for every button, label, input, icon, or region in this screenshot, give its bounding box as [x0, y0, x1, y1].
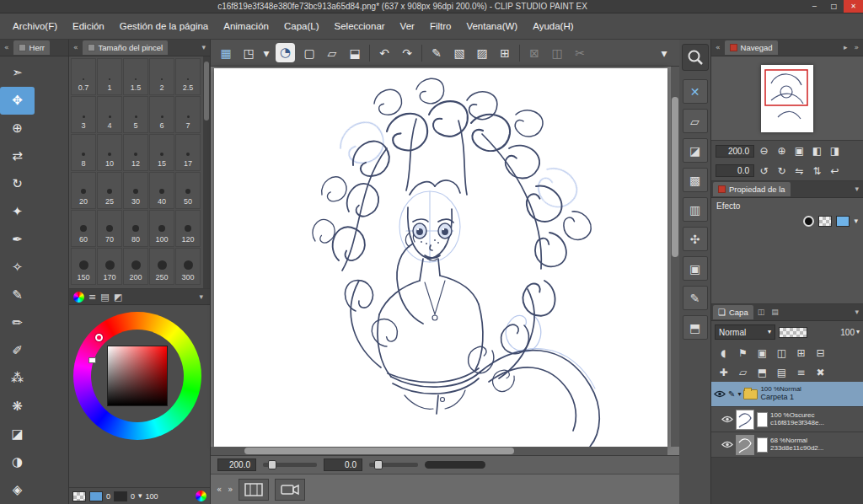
brush-size-cell[interactable]: 3: [71, 96, 96, 133]
material-pattern-icon[interactable]: ▩: [683, 168, 708, 192]
canvas-artwork[interactable]: [214, 68, 667, 447]
measure-tool[interactable]: ✧: [0, 254, 35, 281]
brush-size-cell[interactable]: 70: [97, 210, 122, 247]
tab-layer[interactable]: ❏Capa: [713, 305, 753, 319]
rotation-slider-bar[interactable]: [425, 461, 485, 469]
menu-edicion[interactable]: Edición: [65, 18, 112, 35]
dock-caret-icon[interactable]: ▸: [841, 44, 850, 51]
menu-capa[interactable]: Capa(L): [276, 18, 327, 35]
export-icon[interactable]: ◳: [238, 42, 260, 64]
transparent-chip[interactable]: [72, 491, 86, 501]
brush-size-cell[interactable]: 200: [123, 248, 148, 285]
layer-name[interactable]: 233d8e11c90d2...: [770, 445, 823, 453]
brush-size-cell[interactable]: 7: [175, 96, 201, 133]
brush-size-cell[interactable]: 1: [97, 58, 122, 95]
brush-tool[interactable]: ✐: [0, 337, 35, 365]
brush-size-cell[interactable]: 4: [97, 96, 122, 133]
brush-size-cell[interactable]: 12: [123, 134, 148, 171]
rainbow-wheel-icon[interactable]: [196, 491, 206, 501]
maximize-button[interactable]: □: [824, 0, 844, 13]
brush-size-cell[interactable]: 1.5: [123, 58, 148, 95]
layer-row-carpeta-1[interactable]: ✎ ▾ 100 %Normal Carpeta 1: [711, 382, 863, 407]
brush-size-cell[interactable]: 60: [71, 210, 96, 247]
layer-mask-thumbnail[interactable]: [757, 437, 768, 453]
rotate-cw-icon[interactable]: ↻: [774, 164, 790, 179]
brush-size-cell[interactable]: 15: [149, 134, 174, 171]
eye-icon[interactable]: [714, 390, 726, 398]
menu-ventana[interactable]: Ventana(W): [458, 18, 525, 35]
material-image-icon[interactable]: ▣: [683, 256, 708, 281]
blend-mode-select[interactable]: Normal▾: [715, 324, 775, 340]
ruler-layer-icon[interactable]: ⊟: [812, 345, 829, 361]
navigator-preview[interactable]: [711, 56, 863, 141]
saturation-value-square[interactable]: [107, 346, 168, 406]
actual-size-icon[interactable]: ◧: [809, 143, 825, 158]
brush-size-cell[interactable]: 150: [71, 248, 96, 285]
effect-caret-icon[interactable]: ▾: [854, 217, 858, 225]
collapse-left-icon[interactable]: «: [2, 44, 12, 51]
navigator-rotation-value[interactable]: 0.0: [716, 164, 754, 177]
brush-size-cell[interactable]: 8: [71, 134, 96, 171]
airbrush-tool[interactable]: ⁂: [0, 365, 35, 393]
color-panel-menu-icon[interactable]: ▾: [196, 293, 206, 301]
brush-size-cell[interactable]: 170: [97, 248, 122, 285]
expand-right-dock-icon[interactable]: »: [851, 44, 861, 51]
material-folder-icon[interactable]: ▱: [683, 109, 708, 133]
new-folder-icon[interactable]: ▱: [734, 364, 752, 380]
brush-size-cell[interactable]: 0.7: [71, 58, 96, 95]
timeline-camera-button[interactable]: [275, 479, 305, 501]
new-layer-icon[interactable]: ✚: [715, 364, 732, 380]
clip-to-layer-icon[interactable]: ◖: [715, 345, 732, 361]
hand-tool[interactable]: ✥: [0, 87, 35, 115]
new-file-icon[interactable]: ▢: [298, 42, 320, 64]
undo-icon[interactable]: ↶: [373, 42, 395, 64]
layer-name[interactable]: Carpeta 1: [760, 394, 801, 402]
reset-view-icon[interactable]: ↩: [827, 164, 843, 179]
color-slider-tab-icon[interactable]: ≡: [88, 292, 96, 302]
hue-marker[interactable]: [95, 334, 103, 341]
color-mixing-tab-icon[interactable]: ◩: [114, 292, 122, 302]
slider-thumb[interactable]: [374, 460, 383, 469]
pen-tool[interactable]: ✎: [0, 281, 35, 309]
lock-transparent-icon[interactable]: ◫: [773, 345, 791, 361]
hue-rect-marker[interactable]: [88, 357, 96, 363]
move-tool[interactable]: ⇄: [0, 142, 35, 170]
timeline-expand-icon[interactable]: »: [228, 485, 233, 494]
brush-size-cell[interactable]: 2.5: [175, 58, 201, 95]
fit-to-width-icon[interactable]: ◨: [827, 143, 843, 158]
auto-select-tool[interactable]: ✦: [0, 198, 35, 226]
opacity-caret-icon[interactable]: ▾: [856, 329, 860, 335]
zoom-in-icon[interactable]: ⊕: [774, 143, 790, 158]
brush-size-cell[interactable]: 80: [123, 210, 148, 247]
menu-gestion-pagina[interactable]: Gestión de la página: [112, 18, 217, 35]
layer-name[interactable]: c16f819e3f348e...: [770, 420, 824, 427]
delete-layer-icon[interactable]: ✖: [812, 364, 829, 380]
eyedropper-tool[interactable]: ✒: [0, 226, 35, 254]
open-file-icon[interactable]: ▱: [321, 42, 343, 64]
lock-layer-icon[interactable]: ▣: [753, 345, 771, 361]
brush-size-cell[interactable]: 30: [123, 172, 148, 209]
operation-tool[interactable]: ➣: [0, 59, 35, 87]
layer-mask-thumbnail[interactable]: [757, 412, 768, 427]
color-wheel[interactable]: [73, 312, 201, 440]
command-caret-icon[interactable]: ▾: [260, 42, 272, 64]
brush-size-cell[interactable]: 6: [149, 96, 174, 133]
rotate-canvas-tool[interactable]: ↻: [0, 170, 35, 198]
layer-row-oscurecer[interactable]: 100 %Oscurec c16f819e3f348e...: [711, 407, 863, 432]
layer-list-tab-icon[interactable]: ▤: [769, 308, 781, 316]
menu-archivo[interactable]: Archivo(F): [5, 18, 65, 35]
pencil-tool[interactable]: ✏: [0, 309, 35, 337]
selection-add-icon[interactable]: ▨: [471, 42, 493, 64]
enable-mask-icon[interactable]: ⊞: [792, 345, 810, 361]
collapse-right-dock-icon[interactable]: «: [713, 44, 723, 51]
menu-filtro[interactable]: Filtro: [422, 18, 459, 35]
effect-color-chip[interactable]: [836, 216, 850, 227]
brush-size-cell[interactable]: 250: [149, 248, 174, 285]
tab-brush-size[interactable]: Tamaño del pincel: [83, 40, 169, 55]
brush-size-cell[interactable]: 120: [175, 210, 201, 247]
effect-transparent-chip[interactable]: [818, 216, 832, 227]
tab-navigator[interactable]: Navegad: [725, 40, 778, 55]
command-bar-overflow-icon[interactable]: ▾: [653, 42, 675, 64]
zoom-tool[interactable]: ⊕: [0, 115, 35, 142]
material-download-icon[interactable]: ◪: [683, 138, 708, 163]
